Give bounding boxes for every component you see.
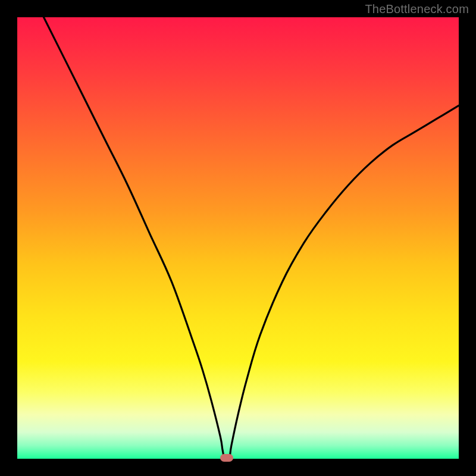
- chart-plot-area: [17, 17, 459, 459]
- optimum-marker: [220, 454, 233, 462]
- chart-frame: TheBottleneck.com: [0, 0, 476, 476]
- watermark-text: TheBottleneck.com: [365, 2, 469, 16]
- bottleneck-curve: [17, 17, 459, 459]
